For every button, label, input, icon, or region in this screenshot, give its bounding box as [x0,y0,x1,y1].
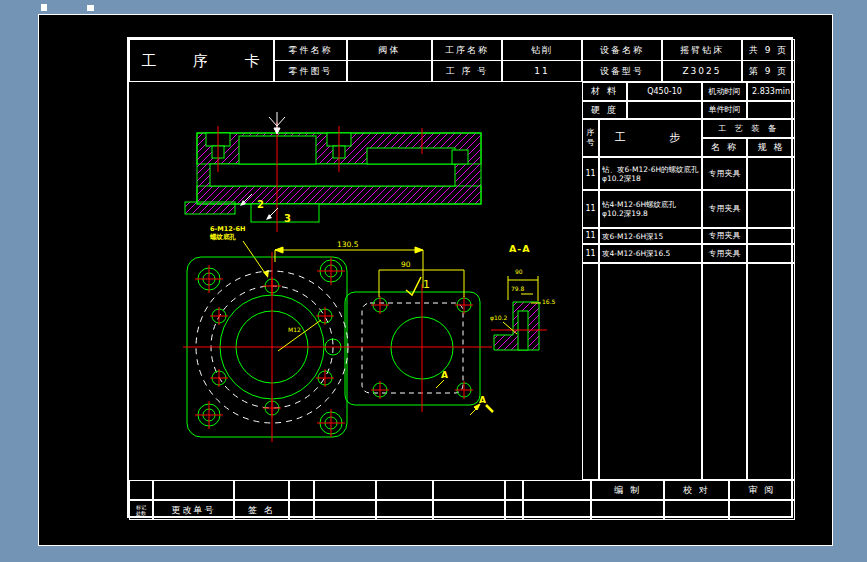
datum-arrow-icon [269,112,285,134]
plan-centerlines [183,252,492,442]
step-ref-text: 1 [423,278,430,291]
aa-title: A-A [509,243,531,254]
section-view: 2 3 6-M12-6H 螺纹底孔 [185,112,481,278]
plan-view: 130.5 90 1 M12 A A [183,240,493,442]
aa-dim-top: 90 [515,268,523,275]
callout-3: 3 [284,213,291,224]
thread-note-line2: 螺纹底孔 [209,233,237,241]
hole-leader: M12 [278,320,321,351]
thread-note: 6-M12-6H 螺纹底孔 [209,225,269,278]
drawing-canvas[interactable]: 2 3 6-M12-6H 螺纹底孔 [0,0,867,562]
hole-note-text: M12 [288,326,301,333]
dim-plate-text: 90 [401,260,411,269]
aa-dim-right: 16.5 [542,298,556,305]
section-mark-a1: A [441,370,448,380]
aa-dim-mid: 79.8 [511,285,525,292]
callout-2: 2 [257,199,264,210]
cad-workspace: 工 序 卡 零件名称 阀体 工序名称 钻削 设备名称 摇臂钻床 共 9 页 零件… [0,0,867,562]
aa-dim-left: φ10.2 [490,314,508,322]
dim-width-text: 130.5 [337,240,359,249]
thread-note-line1: 6-M12-6H [210,225,245,233]
aa-section-view: A-A 90 79.8 16.5 φ10.2 [490,243,556,350]
